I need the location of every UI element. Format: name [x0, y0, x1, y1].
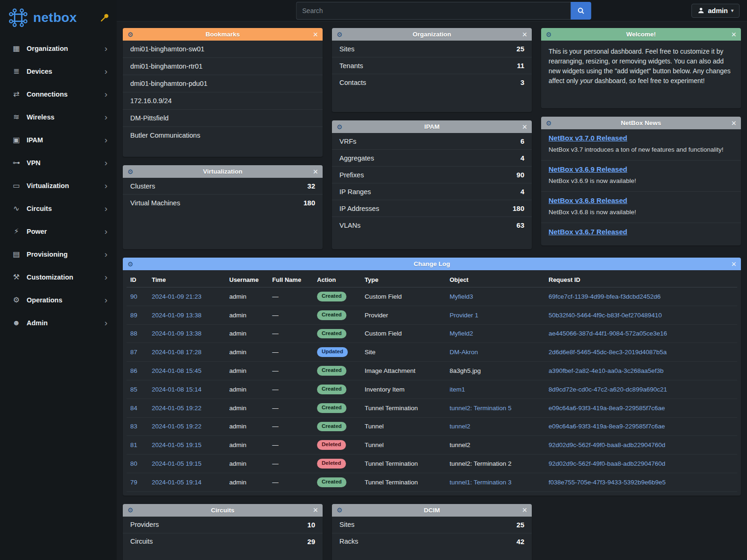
bookmark-item[interactable]: dmi01-binghamton-rtr01 — [123, 58, 323, 75]
close-icon[interactable]: × — [522, 506, 527, 514]
pin-icon[interactable] — [100, 13, 109, 22]
changelog-object-link[interactable]: tunnel2: Termination 5 — [450, 405, 512, 412]
gear-icon[interactable]: ⚙ — [337, 124, 343, 130]
sidebar-item-wireless[interactable]: ≋ Wireless › — [0, 105, 117, 128]
changelog-request-id-link[interactable]: e09c64a6-93f3-419a-8ea9-229585f7c6ae — [549, 423, 665, 430]
close-icon[interactable]: × — [522, 123, 527, 131]
gear-icon[interactable]: ⚙ — [127, 168, 134, 175]
changelog-id-link[interactable]: 79 — [130, 479, 137, 486]
sidebar-item-organization[interactable]: ▦ Organization › — [0, 37, 117, 60]
stat-value[interactable]: 3 — [521, 78, 524, 86]
sidebar-item-customization[interactable]: ⚒ Customization › — [0, 266, 117, 288]
changelog-id-link[interactable]: 87 — [130, 349, 137, 356]
sidebar-item-admin[interactable]: ☻ Admin › — [0, 311, 117, 334]
sidebar-item-ipam[interactable]: ▣ IPAM › — [0, 128, 117, 151]
gear-icon[interactable]: ⚙ — [546, 120, 552, 126]
close-icon[interactable]: × — [522, 30, 527, 39]
changelog-object-link[interactable]: Myfield2 — [450, 330, 473, 337]
stat-value[interactable]: 11 — [517, 62, 524, 70]
gear-icon[interactable]: ⚙ — [127, 31, 134, 38]
bookmark-item[interactable]: Butler Communications — [123, 127, 323, 144]
bookmark-item[interactable]: DM-Pittsfield — [123, 110, 323, 127]
sidebar-item-provisioning[interactable]: ▤ Provisioning › — [0, 243, 117, 266]
changelog-id-link[interactable]: 80 — [130, 460, 137, 467]
changelog-object-link[interactable]: tunnel2 — [450, 423, 470, 430]
news-link[interactable]: NetBox v3.7.0 Released — [549, 134, 627, 142]
changelog-object-link[interactable]: item1 — [450, 386, 465, 393]
changelog-id-link[interactable]: 86 — [130, 367, 137, 374]
close-icon[interactable]: × — [731, 119, 736, 127]
search-input[interactable] — [296, 2, 571, 20]
changelog-request-id-link[interactable]: 50b32f40-5464-4f9c-b83f-0ef270489410 — [549, 312, 662, 319]
gear-icon[interactable]: ⚙ — [127, 261, 134, 267]
stat-value[interactable]: 180 — [303, 199, 315, 207]
changelog-id-link[interactable]: 89 — [130, 312, 137, 319]
changelog-time-link[interactable]: 2024-01-08 15:45 — [152, 367, 202, 374]
changelog-object-link[interactable]: DM-Akron — [450, 349, 478, 356]
stat-value[interactable]: 90 — [516, 171, 524, 179]
changelog-time-link[interactable]: 2024-01-09 13:38 — [152, 330, 202, 337]
gear-icon[interactable]: ⚙ — [337, 507, 343, 513]
news-link[interactable]: NetBox v3.6.8 Released — [549, 196, 627, 204]
changelog-request-id-link[interactable]: 92d02d9c-562f-49f0-baa8-adb22904760d — [549, 460, 665, 467]
news-link[interactable]: NetBox v3.6.7 Released — [549, 228, 627, 236]
changelog-id-link[interactable]: 85 — [130, 386, 137, 393]
news-link[interactable]: NetBox v3.6.9 Released — [549, 165, 627, 173]
changelog-id-link[interactable]: 84 — [130, 405, 137, 412]
changelog-object-link[interactable]: Provider 1 — [450, 312, 479, 319]
bookmark-item[interactable]: dmi01-binghamton-sw01 — [123, 41, 323, 58]
stat-value[interactable]: 32 — [307, 182, 315, 190]
changelog-time-link[interactable]: 2024-01-08 15:14 — [152, 386, 202, 393]
close-icon[interactable]: × — [731, 30, 736, 39]
search-button[interactable] — [571, 2, 591, 20]
stat-value[interactable]: 29 — [307, 538, 315, 546]
sidebar-item-virtualization[interactable]: ▭ Virtualization › — [0, 174, 117, 197]
changelog-request-id-link[interactable]: 92d02d9c-562f-49f0-baa8-adb22904760d — [549, 441, 665, 448]
user-menu-button[interactable]: admin ▾ — [691, 4, 740, 18]
changelog-object-link[interactable]: Myfield3 — [450, 293, 473, 300]
stat-value[interactable]: 25 — [516, 45, 524, 53]
stat-value[interactable]: 4 — [521, 154, 524, 162]
changelog-time-link[interactable]: 2024-01-09 13:38 — [152, 312, 202, 319]
sidebar-item-vpn[interactable]: ⊶ VPN › — [0, 151, 117, 174]
changelog-time-link[interactable]: 2024-01-05 19:15 — [152, 460, 202, 467]
close-icon[interactable]: × — [313, 30, 318, 39]
changelog-id-link[interactable]: 90 — [130, 293, 137, 300]
brand-name[interactable]: netbox — [33, 10, 77, 25]
changelog-object-link[interactable]: tunnel2: Termination 2 — [450, 460, 512, 467]
stat-value[interactable]: 180 — [513, 204, 524, 212]
changelog-request-id-link[interactable]: a390fbef-2a82-4e10-aa0a-3c268aa5ef3b — [549, 367, 663, 374]
changelog-object-link[interactable]: tunnel2 — [450, 441, 470, 448]
changelog-request-id-link[interactable]: 8d9cd72e-cd0c-47c2-a620-dc899a690c21 — [549, 386, 667, 393]
changelog-time-link[interactable]: 2024-01-05 19:15 — [152, 441, 202, 448]
stat-value[interactable]: 6 — [521, 137, 524, 145]
changelog-request-id-link[interactable]: 2d6d6e8f-5465-45dc-8ec3-2019d4087b5a — [549, 349, 667, 356]
sidebar-item-operations[interactable]: ⚙ Operations › — [0, 288, 117, 311]
changelog-time-link[interactable]: 2024-01-09 21:23 — [152, 293, 202, 300]
bookmark-item[interactable]: 172.16.0.9/24 — [123, 92, 323, 110]
changelog-request-id-link[interactable]: f038e755-705e-47f3-9433-5392b9e6b9e5 — [549, 479, 666, 486]
changelog-id-link[interactable]: 81 — [130, 441, 137, 448]
changelog-object-link[interactable]: 8a3gh5.jpg — [450, 367, 481, 374]
sidebar-item-power[interactable]: ⚡ Power › — [0, 220, 117, 243]
changelog-time-link[interactable]: 2024-01-05 19:22 — [152, 423, 202, 430]
changelog-time-link[interactable]: 2024-01-08 17:28 — [152, 349, 202, 356]
stat-value[interactable]: 25 — [516, 521, 524, 529]
sidebar-item-devices[interactable]: ≣ Devices › — [0, 60, 117, 83]
close-icon[interactable]: × — [313, 506, 318, 514]
stat-value[interactable]: 4 — [521, 188, 524, 196]
changelog-request-id-link[interactable]: ae445066-387d-44f1-9084-572a05ce3e16 — [549, 330, 667, 337]
changelog-request-id-link[interactable]: 69fce7cf-1139-4d99-bfea-f3dcbd2452d6 — [549, 293, 661, 300]
gear-icon[interactable]: ⚙ — [127, 507, 134, 513]
close-icon[interactable]: × — [313, 168, 318, 176]
changelog-time-link[interactable]: 2024-01-05 19:14 — [152, 479, 202, 486]
stat-value[interactable]: 42 — [516, 538, 524, 546]
gear-icon[interactable]: ⚙ — [337, 31, 343, 38]
stat-value[interactable]: 63 — [516, 221, 524, 229]
sidebar-item-circuits[interactable]: ∿ Circuits › — [0, 197, 117, 220]
changelog-id-link[interactable]: 88 — [130, 330, 137, 337]
changelog-id-link[interactable]: 83 — [130, 423, 137, 430]
gear-icon[interactable]: ⚙ — [546, 31, 552, 38]
changelog-time-link[interactable]: 2024-01-05 19:22 — [152, 405, 202, 412]
changelog-object-link[interactable]: tunnel1: Termination 3 — [450, 479, 512, 486]
